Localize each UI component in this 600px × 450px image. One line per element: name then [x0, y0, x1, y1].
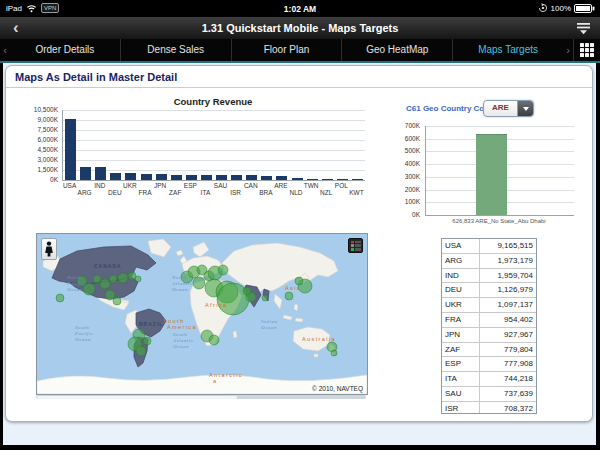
map-label-canada: CANADA	[94, 263, 122, 269]
tab-order-details[interactable]: Order Details	[10, 39, 120, 61]
map-bubble[interactable]	[105, 290, 115, 300]
tabs-scroll-right-icon[interactable]: ›	[563, 39, 573, 61]
bar-ARE[interactable]	[476, 134, 507, 215]
bar-ZAF[interactable]	[171, 175, 182, 180]
bar-JPN[interactable]	[156, 174, 167, 180]
tab-floor-plan[interactable]: Floor Plan	[231, 39, 342, 61]
x-tick-BRA: BRA	[254, 189, 278, 196]
bar-UKR[interactable]	[125, 173, 136, 180]
map-bubble[interactable]	[93, 275, 101, 283]
table-row-USA[interactable]: USA9,165,515	[442, 239, 536, 254]
bar-DEU[interactable]	[110, 173, 121, 181]
bar-CAN[interactable]	[246, 175, 257, 180]
table-row-UKR[interactable]: UKR1,097,137	[442, 298, 536, 313]
nav-bar: ‹ 1.31 Quickstart Mobile - Maps Targets	[0, 17, 600, 40]
table-row-ESP[interactable]: ESP777,908	[442, 357, 536, 372]
map-bubble[interactable]	[135, 276, 141, 282]
map-bubble[interactable]	[331, 350, 337, 356]
map-bubble[interactable]	[143, 337, 151, 345]
clock: 1:02 AM	[0, 4, 600, 14]
bar-ESP[interactable]	[186, 175, 197, 180]
pegman-streetview-control[interactable]	[41, 238, 57, 260]
map-bubble[interactable]	[218, 265, 228, 275]
map-bubble[interactable]	[100, 279, 110, 289]
table-row-ZAF[interactable]: ZAF779,804	[442, 343, 536, 358]
y-tick: 300K	[390, 173, 420, 180]
x-tick-ARG: ARG	[73, 189, 97, 196]
dropdown-button[interactable]	[517, 101, 533, 116]
y-tick: 9,000K	[24, 116, 58, 123]
map-bubble[interactable]	[136, 346, 146, 356]
map-bubble[interactable]	[109, 275, 117, 283]
bar-KWT[interactable]	[352, 179, 363, 180]
tab-dense-sales[interactable]: Dense Sales	[120, 39, 231, 61]
map-bubble[interactable]	[209, 335, 219, 345]
x-tick-NZL: NZL	[314, 189, 338, 196]
map-label-indian-ocean: IndianOcean	[260, 319, 278, 330]
map-bubble[interactable]	[262, 295, 268, 301]
map-bubble[interactable]	[56, 294, 64, 302]
x-tick-ZAF: ZAF	[163, 189, 187, 196]
content-frame: Maps As Detail in Master Detail Country …	[0, 63, 600, 450]
app-window: iPad VPN 1:02 AM 100% ‹ 1.31	[0, 0, 600, 450]
country-code-dropdown[interactable]: ARE	[483, 100, 534, 117]
bar-IND[interactable]	[95, 167, 106, 180]
table-row-ITA[interactable]: ITA744,218	[442, 372, 536, 387]
revenue-value: 744,218	[480, 372, 536, 386]
bar-NLD[interactable]	[292, 178, 303, 180]
scroll-thumb[interactable]	[37, 396, 237, 399]
table-row-DEU[interactable]: DEU1,126,979	[442, 283, 536, 298]
rotation-lock-icon	[538, 3, 548, 13]
bar-ITA[interactable]	[201, 175, 212, 180]
bar-POL[interactable]	[337, 179, 348, 180]
map-bubble[interactable]	[243, 287, 251, 295]
chart-title: Country Revenue	[62, 96, 364, 107]
revenue-value: 9,165,515	[480, 239, 536, 253]
map-label-australia: Australia	[302, 336, 336, 342]
tab-geo-heatmap[interactable]: Geo HeatMap	[341, 39, 452, 61]
country-code: FRA	[442, 313, 480, 327]
bar-SAU[interactable]	[216, 175, 227, 180]
table-row-JPN[interactable]: JPN927,967	[442, 328, 536, 343]
map-layers-control[interactable]	[348, 238, 363, 253]
tab-bar: ‹ Order DetailsDense SalesFloor PlanGeo …	[0, 39, 600, 61]
table-row-ISR[interactable]: ISR708,372	[442, 402, 536, 414]
x-tick-TWN: TWN	[299, 182, 323, 189]
content-background: Maps As Detail in Master Detail Country …	[3, 63, 596, 445]
map-bubble[interactable]	[285, 292, 293, 300]
bar-FRA[interactable]	[141, 174, 152, 180]
table-row-FRA[interactable]: FRA954,402	[442, 313, 536, 328]
revenue-value: 1,973,179	[480, 254, 536, 268]
bar-USA[interactable]	[65, 119, 76, 180]
x-tick-SAU: SAU	[209, 182, 233, 189]
table-row-SAU[interactable]: SAU737,639	[442, 387, 536, 402]
map-scrollbar[interactable]	[36, 395, 366, 399]
bar-BRA[interactable]	[261, 176, 272, 180]
bar-ARE[interactable]	[276, 176, 287, 180]
tab-maps-targets[interactable]: Maps Targets	[452, 39, 563, 61]
country-code: USA	[442, 239, 480, 253]
bar-ISR[interactable]	[231, 175, 242, 180]
world-map[interactable]: NorthPacificOceanNorthAtlanticOceanSouth…	[36, 233, 368, 395]
map-label-africa: Africa	[205, 302, 227, 308]
country-revenue-table: USA9,165,515ARG1,973,179IND1,959,704DEU1…	[441, 238, 537, 414]
map-bubble[interactable]	[295, 277, 303, 285]
revenue-value: 954,402	[480, 313, 536, 327]
dropdown-value: ARE	[484, 101, 517, 116]
x-tick-NLD: NLD	[284, 189, 308, 196]
map-bubble[interactable]	[118, 273, 128, 283]
y-tick: 7,500K	[24, 126, 58, 133]
table-row-ARG[interactable]: ARG1,973,179	[442, 254, 536, 269]
report-grid-button[interactable]	[573, 39, 600, 61]
bar-ARG[interactable]	[80, 167, 91, 180]
battery-percent: 100%	[551, 4, 571, 13]
view-options-icon[interactable]	[576, 22, 591, 35]
bar-NZL[interactable]	[322, 179, 333, 180]
page-title: 1.31 Quickstart Mobile - Maps Targets	[0, 22, 600, 34]
map-bubble[interactable]	[193, 277, 205, 289]
x-axis-labels: USAARGINDDEUUKRFRAJPNZAFESPITASAUISRCANB…	[62, 182, 364, 198]
table-row-IND[interactable]: IND1,959,704	[442, 269, 536, 284]
bar-TWN[interactable]	[307, 179, 318, 180]
tabs-scroll-left-icon[interactable]: ‹	[0, 39, 10, 61]
map-bubble[interactable]	[113, 297, 121, 305]
